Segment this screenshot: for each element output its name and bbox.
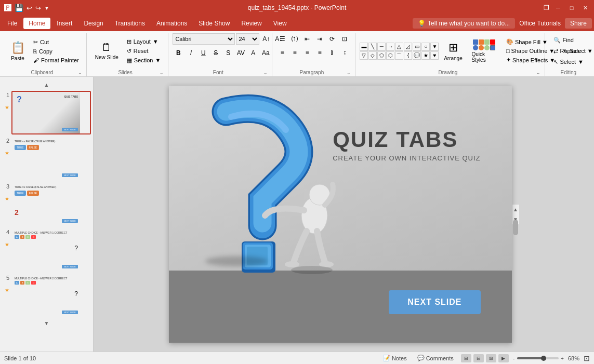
panel-scroll-up[interactable]: ▲ <box>2 81 91 89</box>
editing-select-button[interactable]: ↖ Select ▼ <box>549 57 588 67</box>
drawing-expand-icon[interactable]: ⌄ <box>536 70 540 75</box>
menu-file[interactable]: File <box>2 18 22 29</box>
italic-button[interactable]: I <box>185 47 196 59</box>
line-spacing-button[interactable]: ↕ <box>339 47 350 58</box>
find-button[interactable]: 🔍 Find <box>549 35 588 45</box>
bold-button[interactable]: B <box>173 47 184 59</box>
customize-qat-icon[interactable]: ▼ <box>44 5 49 11</box>
font-family-select[interactable]: Calibri <box>173 33 235 45</box>
shape-rtriangle[interactable]: ◿ <box>404 43 412 51</box>
shape-brace[interactable]: { <box>404 51 412 60</box>
font-size-clear-button[interactable]: Aa <box>260 47 271 59</box>
menu-insert[interactable]: Insert <box>51 18 77 29</box>
slide-img-wrap-2[interactable]: TRUE vs FALSE (TRUE ANSWER) TRUE FALSE N… <box>11 137 91 180</box>
shape-diagonal[interactable]: ╲ <box>368 43 377 51</box>
shape-curve[interactable]: ⌒ <box>395 51 403 60</box>
slider-track[interactable] <box>517 357 559 359</box>
replace-button[interactable]: ⇄ Replace <box>549 46 588 56</box>
maximize-button[interactable]: □ <box>567 3 576 12</box>
convert-to-smartart-button[interactable]: ⊡ <box>339 33 350 45</box>
copy-button[interactable]: ⎘ Copy <box>30 47 82 56</box>
menu-slideshow[interactable]: Slide Show <box>193 18 235 29</box>
slide-thumb-1[interactable]: 1 ★ ? QUIZ TABS NEXT SLIDE <box>2 91 91 134</box>
shape-hexagon[interactable]: ⬡ <box>386 51 394 60</box>
slide-thumb-3[interactable]: 3 ★ TRUE vs FALSE (FALSE ANSWER) TRUE FA… <box>2 182 91 226</box>
cut-button[interactable]: ✂ Cut <box>30 38 82 47</box>
align-center-button[interactable]: ≡ <box>289 47 300 58</box>
reading-view-button[interactable]: ⊠ <box>486 354 496 362</box>
scroll-up-arrow[interactable]: ▲ <box>512 206 519 213</box>
slide-img-wrap-1[interactable]: ? QUIZ TABS NEXT SLIDE <box>11 91 91 134</box>
reset-button[interactable]: ↺ Reset <box>124 47 164 56</box>
zoom-out-icon[interactable]: - <box>513 355 515 361</box>
quick-styles-button[interactable]: Quick Styles <box>467 36 501 66</box>
undo-icon[interactable]: ↩ <box>27 4 32 12</box>
slide-img-wrap-4[interactable]: MULTIPLE CHOICE - ANSWER 1 CORRECT A B C… <box>11 228 91 272</box>
menu-review[interactable]: Review <box>236 18 267 29</box>
shape-callout[interactable]: 💬 <box>413 51 421 60</box>
menu-view[interactable]: View <box>268 18 292 29</box>
numbering-button[interactable]: ⑴ <box>289 33 300 45</box>
strikethrough-button[interactable]: S <box>210 47 221 59</box>
font-size-select[interactable]: 24 <box>236 33 259 45</box>
restore-icon[interactable]: ❐ <box>544 4 549 11</box>
bullets-button[interactable]: ☰ <box>276 33 288 45</box>
slider-thumb-dot[interactable] <box>541 356 546 361</box>
indent-increase-button[interactable]: ⇥ <box>314 33 325 45</box>
shape-eq-triangle[interactable]: ▽ <box>360 51 368 60</box>
notes-button[interactable]: 📝 Notes <box>380 354 410 362</box>
shape-triangle[interactable]: △ <box>395 43 403 51</box>
comments-button[interactable]: 💬 Comments <box>414 354 457 362</box>
save-icon[interactable]: 💾 <box>15 4 23 12</box>
slides-expand-icon[interactable]: ⌄ <box>160 70 164 75</box>
clipboard-expand-icon[interactable]: ⌄ <box>78 70 82 75</box>
layout-button[interactable]: ⊞ Layout ▼ <box>124 37 164 46</box>
office-tutorials-link[interactable]: Office Tutorials <box>519 20 561 27</box>
font-color-button[interactable]: A <box>247 47 259 59</box>
paragraph-expand-icon[interactable]: ⌄ <box>347 70 351 75</box>
menu-transitions[interactable]: Transitions <box>110 18 150 29</box>
slide-img-wrap-3[interactable]: TRUE vs FALSE (FALSE ANSWER) TRUE FALSE … <box>11 182 91 226</box>
format-painter-button[interactable]: 🖌 Format Painter <box>30 56 82 64</box>
zoom-in-icon[interactable]: + <box>561 355 564 361</box>
increase-font-button[interactable]: A↑ <box>260 33 272 45</box>
char-spacing-button[interactable]: AV <box>235 47 246 59</box>
slide-thumb-4[interactable]: 4 ★ MULTIPLE CHOICE - ANSWER 1 CORRECT A… <box>2 228 91 272</box>
shape-arrow[interactable]: → <box>386 43 394 51</box>
justify-button[interactable]: ≡ <box>314 47 325 58</box>
menu-design[interactable]: Design <box>78 18 108 29</box>
slide-sorter-button[interactable]: ⊟ <box>473 354 484 362</box>
normal-view-button[interactable]: ⊞ <box>461 354 471 362</box>
slide-thumb-2[interactable]: 2 ★ TRUE vs FALSE (TRUE ANSWER) TRUE FAL… <box>2 137 91 180</box>
share-button[interactable]: Share <box>565 18 592 29</box>
shape-oval[interactable]: ○ <box>421 43 430 51</box>
slideshow-button[interactable]: ▶ <box>498 354 509 362</box>
shape-rect[interactable]: ▬ <box>360 43 368 51</box>
minimize-button[interactable]: ─ <box>553 3 563 12</box>
scroll-thumb[interactable] <box>513 220 518 235</box>
section-button[interactable]: ▦ Section ▼ <box>124 56 164 65</box>
slide-thumb-5[interactable]: 5 ★ MULTIPLE CHOICE - ANSWER 2 CORRECT A… <box>2 274 91 317</box>
close-button[interactable]: ✕ <box>580 3 590 12</box>
shape-line[interactable]: ─ <box>377 43 386 51</box>
shape-diamond[interactable]: ◇ <box>368 51 377 60</box>
indent-decrease-button[interactable]: ⇤ <box>301 33 313 45</box>
tell-me-box[interactable]: 💡 Tell me what you want to do... <box>413 18 515 29</box>
shape-heart[interactable]: ♥ <box>430 51 439 60</box>
shape-more[interactable]: ▼ <box>430 43 439 51</box>
align-left-button[interactable]: ≡ <box>276 47 288 58</box>
arrange-button[interactable]: ⊞ Arrange <box>441 38 465 64</box>
underline-button[interactable]: U <box>197 47 209 59</box>
shape-star[interactable]: ★ <box>421 51 430 60</box>
paste-button[interactable]: 📋 Paste <box>6 39 29 63</box>
next-slide-button[interactable]: NEXT SLIDE <box>389 290 480 314</box>
shape-pentagon[interactable]: ⬠ <box>377 51 386 60</box>
menu-animations[interactable]: Animations <box>151 18 192 29</box>
text-direction-button[interactable]: ⟳ <box>326 33 338 45</box>
new-slide-button[interactable]: 🗒 New Slide <box>91 39 123 62</box>
redo-icon[interactable]: ↪ <box>35 4 41 12</box>
panel-scroll-down[interactable]: ▼ <box>2 319 91 327</box>
shape-rounded-rect[interactable]: ▭ <box>413 43 421 51</box>
fit-page-button[interactable]: ⊡ <box>584 354 590 362</box>
menu-home[interactable]: Home <box>23 18 50 29</box>
